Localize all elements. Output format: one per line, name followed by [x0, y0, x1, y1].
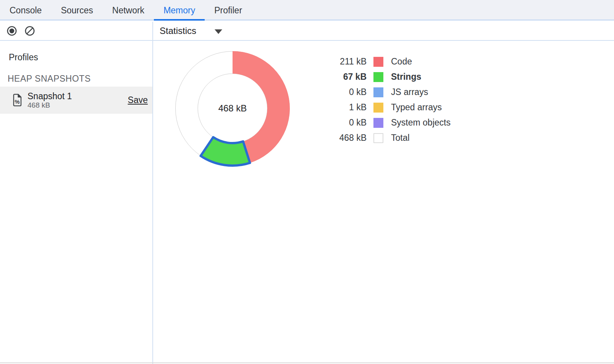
block-icon — [24, 26, 35, 36]
legend-label: Strings — [391, 72, 421, 82]
panel-tabbar: Console Sources Network Memory Profiler — [0, 0, 614, 21]
legend-row-js-arrays[interactable]: 0 kB JS arrays — [328, 87, 451, 97]
tab-sources[interactable]: Sources — [51, 0, 102, 19]
perspective-dropdown-label: Statistics — [160, 26, 196, 36]
legend-swatch-total — [373, 133, 383, 143]
legend-label: JS arrays — [391, 87, 428, 97]
legend-size: 67 kB — [328, 72, 367, 82]
donut-chart: 468 kB — [171, 47, 294, 169]
legend-swatch-system-objects — [373, 118, 383, 128]
legend-label: Code — [391, 56, 412, 67]
view-toolbar: Statistics — [153, 22, 614, 41]
record-icon — [6, 26, 17, 36]
legend-swatch-code — [373, 57, 383, 67]
clear-profiles-button[interactable] — [24, 26, 35, 36]
record-heap-snapshot-button[interactable] — [6, 26, 17, 36]
legend-row-typed-arrays[interactable]: 1 kB Typed arrays — [328, 102, 451, 113]
perspective-dropdown[interactable]: Statistics — [160, 26, 222, 36]
devtools-memory-panel: Console Sources Network Memory Profiler … — [0, 0, 614, 364]
document-percent-icon: % — [13, 93, 22, 107]
legend-label: Total — [391, 133, 410, 143]
legend-size: 0 kB — [328, 118, 367, 128]
legend-swatch-typed-arrays — [373, 103, 383, 113]
snapshot-text: Snapshot 1 468 kB — [27, 91, 72, 109]
heap-snapshots-header: HEAP SNAPSHOTS — [8, 74, 90, 84]
legend-size: 468 kB — [328, 133, 367, 143]
pie-segment-strings[interactable] — [200, 137, 250, 166]
profiles-header: Profiles — [9, 52, 38, 63]
tab-console[interactable]: Console — [0, 0, 51, 19]
legend-swatch-js-arrays — [373, 87, 383, 97]
profiles-toolbar — [0, 22, 152, 41]
main-panel: Statistics 468 kB 211 kB Code 67 kB Stri… — [153, 22, 614, 364]
chart-legend: 211 kB Code 67 kB Strings 0 kB JS arrays… — [328, 56, 451, 148]
snapshot-size: 468 kB — [27, 101, 72, 109]
triangle-down-icon — [215, 29, 222, 34]
legend-swatch-strings — [373, 72, 383, 82]
legend-label: System objects — [391, 118, 451, 128]
legend-row-code[interactable]: 211 kB Code — [328, 56, 451, 67]
save-link[interactable]: Save — [128, 95, 148, 105]
panel-bottom-border — [0, 362, 614, 363]
legend-label: Typed arrays — [391, 102, 442, 113]
snapshot-list-item[interactable]: % Snapshot 1 468 kB Save — [0, 87, 152, 114]
svg-text:%: % — [15, 99, 20, 105]
legend-row-system-objects[interactable]: 0 kB System objects — [328, 118, 451, 128]
legend-row-total[interactable]: 468 kB Total — [328, 133, 451, 143]
legend-size: 1 kB — [328, 102, 367, 113]
legend-row-strings[interactable]: 67 kB Strings — [328, 72, 451, 82]
tab-memory[interactable]: Memory — [154, 0, 205, 19]
profiles-sidebar: Profiles HEAP SNAPSHOTS % Snapshot 1 468… — [0, 22, 153, 364]
tab-profiler[interactable]: Profiler — [205, 0, 252, 19]
legend-size: 211 kB — [328, 56, 367, 67]
snapshot-title: Snapshot 1 — [27, 91, 72, 101]
tab-network[interactable]: Network — [103, 0, 154, 19]
legend-size: 0 kB — [328, 87, 367, 97]
donut-center-label: 468 kB — [218, 103, 247, 113]
